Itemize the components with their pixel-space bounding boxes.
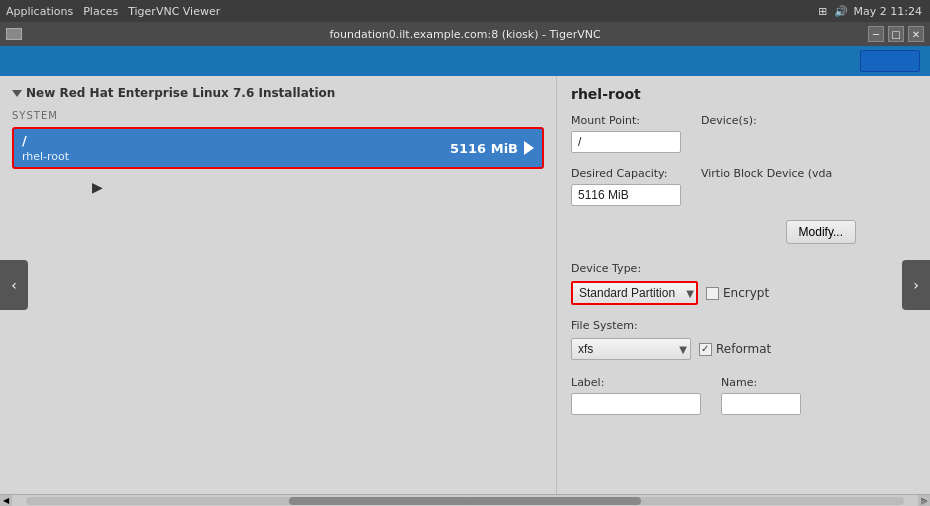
filesystem-label: File System: — [571, 319, 916, 332]
os-taskbar: Applications Places TigerVNC Viewer ⊞ 🔊 … — [0, 0, 930, 22]
capacity-row: Desired Capacity: Virtio Block Device (v… — [571, 167, 916, 212]
close-button[interactable]: ✕ — [908, 26, 924, 42]
mount-point-label: Mount Point: — [571, 114, 681, 127]
reformat-row: Reformat — [699, 342, 771, 356]
rhel-title: rhel-root — [571, 86, 916, 102]
vnc-window: foundation0.ilt.example.com:8 (kiosk) - … — [0, 22, 930, 506]
os-bar-right: ⊞ 🔊 May 2 11:24 — [818, 5, 922, 18]
nav-arrow-left[interactable]: ‹ — [0, 260, 28, 310]
partition-name: rhel-root — [22, 150, 69, 163]
reformat-label: Reformat — [716, 342, 771, 356]
desired-capacity-group: Desired Capacity: — [571, 167, 681, 206]
done-button[interactable] — [860, 50, 920, 72]
label-field-label: Label: — [571, 376, 701, 389]
left-panel: New Red Hat Enterprise Linux 7.6 Install… — [0, 76, 556, 494]
vnc-content: ‹ New Red Hat Enterprise Linux 7.6 Insta… — [0, 46, 930, 506]
label-field: Label: — [571, 376, 701, 415]
name-field: Name: — [721, 376, 801, 415]
name-input[interactable] — [721, 393, 801, 415]
installer-top-bar — [0, 46, 930, 76]
encrypt-label: Encrypt — [723, 286, 769, 300]
right-panel: rhel-root Mount Point: Device(s): Desire… — [557, 76, 930, 494]
devices-label: Device(s): — [701, 114, 757, 127]
nav-arrow-right[interactable]: › — [902, 260, 930, 310]
vnc-title: foundation0.ilt.example.com:8 (kiosk) - … — [329, 28, 600, 41]
desired-capacity-label: Desired Capacity: — [571, 167, 681, 180]
scroll-indicator: ⊞ — [461, 496, 469, 506]
partition-mount: / — [22, 133, 69, 148]
virtio-text-group: Virtio Block Device (vda — [701, 167, 832, 180]
filesystem-row: xfs ▼ Reformat — [571, 338, 916, 360]
partition-size: 5116 MiB — [450, 141, 518, 156]
encrypt-checkbox[interactable] — [706, 287, 719, 300]
bottom-scrollbar: ◀ ⊞ ▶ ▶ — [0, 494, 930, 506]
modify-button[interactable]: Modify... — [786, 220, 856, 244]
filesystem-section: File System: xfs ▼ Reformat — [571, 319, 916, 360]
mount-point-input[interactable] — [571, 131, 681, 153]
section-title: New Red Hat Enterprise Linux 7.6 Install… — [26, 86, 335, 100]
device-type-section: Device Type: Standard Partition ▼ Encryp… — [571, 262, 916, 305]
partition-info: / rhel-root — [22, 133, 69, 163]
label-input[interactable] — [571, 393, 701, 415]
filesystem-select[interactable]: xfs — [571, 338, 691, 360]
collapse-icon[interactable] — [12, 90, 22, 97]
device-type-select[interactable]: Standard Partition — [571, 281, 698, 305]
installer-main: ‹ New Red Hat Enterprise Linux 7.6 Insta… — [0, 76, 930, 494]
vnc-window-controls: ─ □ ✕ — [868, 26, 924, 42]
desired-capacity-input[interactable] — [571, 184, 681, 206]
devices-group: Device(s): — [701, 114, 757, 153]
device-type-wrapper: Standard Partition ▼ — [571, 281, 698, 305]
encrypt-row: Encrypt — [706, 286, 769, 300]
scrollbar-left-button[interactable]: ◀ — [0, 495, 12, 507]
chevron-right-icon — [524, 141, 534, 155]
network-icon: ⊞ — [818, 5, 827, 18]
minimize-button[interactable]: ─ — [868, 26, 884, 42]
cursor-indicator: ▶ — [92, 179, 544, 195]
reformat-checkbox[interactable] — [699, 343, 712, 356]
filesystem-wrapper: xfs ▼ — [571, 338, 691, 360]
scroll-right-edge: ▶ — [921, 496, 928, 506]
virtio-text: Virtio Block Device (vda — [701, 167, 832, 180]
partition-row[interactable]: / rhel-root 5116 MiB — [12, 127, 544, 169]
name-field-label: Name: — [721, 376, 801, 389]
vnc-icon — [6, 28, 22, 40]
volume-icon: 🔊 — [834, 5, 848, 18]
maximize-button[interactable]: □ — [888, 26, 904, 42]
device-type-row: Standard Partition ▼ Encrypt — [571, 281, 916, 305]
vnc-titlebar: foundation0.ilt.example.com:8 (kiosk) - … — [0, 22, 930, 46]
applications-menu[interactable]: Applications — [6, 5, 73, 18]
partition-right: 5116 MiB — [450, 141, 534, 156]
places-menu[interactable]: Places — [83, 5, 118, 18]
tigervnc-menu[interactable]: TigerVNC Viewer — [128, 5, 220, 18]
device-type-label: Device Type: — [571, 262, 916, 275]
modify-row: Modify... — [571, 216, 856, 254]
section-header: New Red Hat Enterprise Linux 7.6 Install… — [12, 86, 544, 100]
mount-point-group: Mount Point: — [571, 114, 681, 153]
label-name-row: Label: Name: — [571, 376, 916, 415]
system-label: SYSTEM — [12, 110, 544, 121]
top-fields-row: Mount Point: Device(s): — [571, 114, 916, 159]
datetime: May 2 11:24 — [854, 5, 922, 18]
